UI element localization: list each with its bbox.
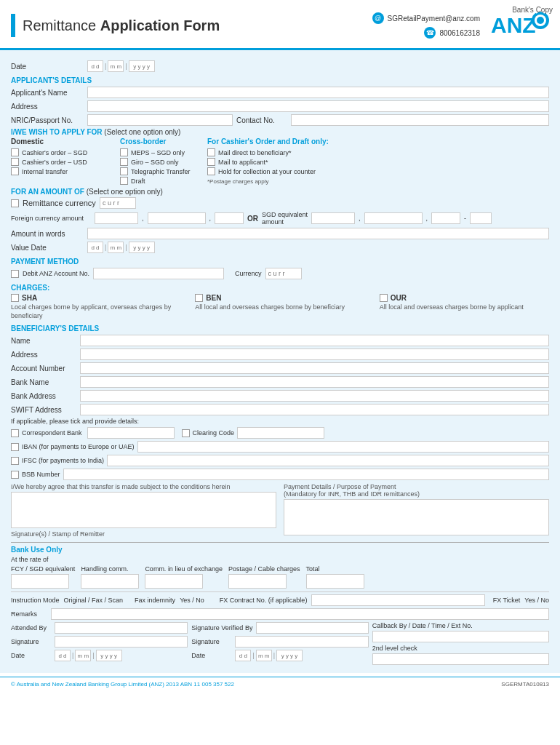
iban-input[interactable] xyxy=(137,441,549,453)
date-mm-mid[interactable] xyxy=(256,650,272,661)
mail-direct-checkbox[interactable] xyxy=(207,148,215,156)
title-bold: Application Form xyxy=(100,17,220,33)
remarks-input[interactable] xyxy=(51,608,549,620)
contact-input[interactable] xyxy=(291,114,549,126)
charges-grid: SHA Local charges borne by applicant, ov… xyxy=(11,294,549,320)
ben-name-row: Name xyxy=(11,335,549,346)
total-input[interactable] xyxy=(306,574,364,589)
handling-col: Handling comm. xyxy=(81,565,139,589)
iban-checkbox[interactable] xyxy=(11,443,19,451)
giro-row: Giro – SGD only xyxy=(120,158,200,166)
ben-swift-input[interactable] xyxy=(80,404,549,415)
address-input[interactable] xyxy=(87,100,549,112)
amount-label: FOR AN AMOUNT OF (Select one option only… xyxy=(11,188,549,196)
phone-row: ☎ 8006162318 xyxy=(424,27,480,39)
ifsc-input[interactable] xyxy=(107,455,549,466)
date-mm-left[interactable] xyxy=(75,650,91,661)
ben-account-input[interactable] xyxy=(80,362,549,374)
internal-transfer-checkbox[interactable] xyxy=(11,167,19,175)
value-date-dd[interactable] xyxy=(87,242,103,253)
ben-bankname-row: Bank Name xyxy=(11,376,549,388)
meps-checkbox[interactable] xyxy=(120,148,128,156)
foreign-input-3[interactable] xyxy=(215,212,244,224)
draft-checkbox[interactable] xyxy=(120,177,128,185)
foreign-input-2[interactable] xyxy=(148,212,206,224)
telegraphic-row: Telegraphic Transfer xyxy=(120,167,200,175)
applicant-name-input[interactable] xyxy=(87,87,549,98)
second-check-input[interactable] xyxy=(372,653,549,665)
sha-checkbox[interactable] xyxy=(11,294,19,302)
attended-section: Attended By Signature Date | | xyxy=(11,622,549,665)
sgd-input-1[interactable] xyxy=(311,212,355,224)
bsb-input[interactable] xyxy=(63,469,549,480)
date-dd-mid[interactable] xyxy=(235,650,251,661)
fx-contract-input[interactable] xyxy=(311,594,484,606)
signature-input-mid[interactable] xyxy=(235,636,368,648)
mail-applicant-row: Mail to applicant* xyxy=(207,158,338,166)
second-check-label: 2nd level check xyxy=(372,645,549,652)
sgd-input-2[interactable] xyxy=(364,212,423,224)
contact-label: Contact No. xyxy=(236,116,287,124)
clearing-input[interactable] xyxy=(237,427,324,439)
cashier-usd-checkbox[interactable] xyxy=(11,158,19,166)
attended-by-label: Attended By xyxy=(11,624,51,632)
charges-section: CHARGES: SHA Local charges borne by appl… xyxy=(11,284,549,320)
remittance-checkbox[interactable] xyxy=(11,199,19,207)
ben-address-label: Address xyxy=(11,351,76,359)
email-text: SGRetailPayment@anz.com xyxy=(388,15,480,23)
postage-input[interactable] xyxy=(228,574,287,589)
date-dd[interactable] xyxy=(87,60,103,72)
callback-label: Callback By / Date / Time / Ext No. xyxy=(372,622,549,629)
comm-input[interactable] xyxy=(145,574,203,589)
giro-checkbox[interactable] xyxy=(120,158,128,166)
mail-applicant-checkbox[interactable] xyxy=(207,158,215,166)
payment-purpose-box[interactable] xyxy=(284,499,549,535)
sgd-input-3[interactable] xyxy=(431,212,460,224)
hold-collection-checkbox[interactable] xyxy=(207,167,215,175)
bsb-checkbox[interactable] xyxy=(11,471,19,479)
debit-input[interactable] xyxy=(93,268,224,279)
handling-input[interactable] xyxy=(81,574,139,589)
date-yyyy-left[interactable] xyxy=(96,650,122,661)
phone-icon: ☎ xyxy=(424,27,436,39)
bsb-label: BSB Number xyxy=(22,471,60,478)
ben-bankaddress-input[interactable] xyxy=(80,390,549,402)
attended-row: Attended By xyxy=(11,622,188,634)
beneficiary-section-label: BENEFICIARY'S DETAILS xyxy=(11,324,549,332)
date-yyyy[interactable] xyxy=(129,60,155,72)
attended-input[interactable] xyxy=(55,622,188,634)
payment-currency-input[interactable] xyxy=(265,268,302,279)
svg-point-3 xyxy=(537,17,544,24)
our-checkbox[interactable] xyxy=(380,294,388,302)
remittance-currency-input[interactable] xyxy=(100,197,136,209)
ben-name-input[interactable] xyxy=(80,335,549,346)
ben-checkbox[interactable] xyxy=(195,294,203,302)
correspondent-input[interactable] xyxy=(87,427,175,439)
sig-verified-input[interactable] xyxy=(256,622,368,634)
sgd-input-4[interactable] xyxy=(470,212,492,224)
clearing-checkbox[interactable] xyxy=(182,429,190,437)
fcy-input[interactable] xyxy=(11,574,69,589)
correspondent-checkbox[interactable] xyxy=(11,429,19,437)
telegraphic-checkbox[interactable] xyxy=(120,167,128,175)
signature-input-left[interactable] xyxy=(55,636,188,648)
date-dd-left[interactable] xyxy=(55,650,71,661)
ben-bankname-input[interactable] xyxy=(80,376,549,388)
cashier-sgd-checkbox[interactable] xyxy=(11,148,19,156)
amount-words-input[interactable] xyxy=(87,228,549,239)
foreign-input-1[interactable] xyxy=(95,212,138,224)
ben-address-input[interactable] xyxy=(80,348,549,360)
signature-box[interactable] xyxy=(11,492,276,528)
value-date-yyyy[interactable] xyxy=(129,242,155,253)
callback-input[interactable] xyxy=(372,631,549,642)
handling-section: FCY / SGD equivalent Handling comm. Comm… xyxy=(11,565,549,589)
signature-row-left: Signature xyxy=(11,636,188,648)
ifsc-checkbox[interactable] xyxy=(11,457,19,465)
ben-bankaddress-row: Bank Address xyxy=(11,390,549,402)
date-yyyy-mid[interactable] xyxy=(276,650,303,661)
hold-collection-row: Hold for collection at your counter xyxy=(207,167,338,175)
nric-input[interactable] xyxy=(87,114,233,126)
date-mm[interactable] xyxy=(108,60,124,72)
value-date-mm[interactable] xyxy=(108,242,124,253)
debit-checkbox[interactable] xyxy=(11,270,19,278)
